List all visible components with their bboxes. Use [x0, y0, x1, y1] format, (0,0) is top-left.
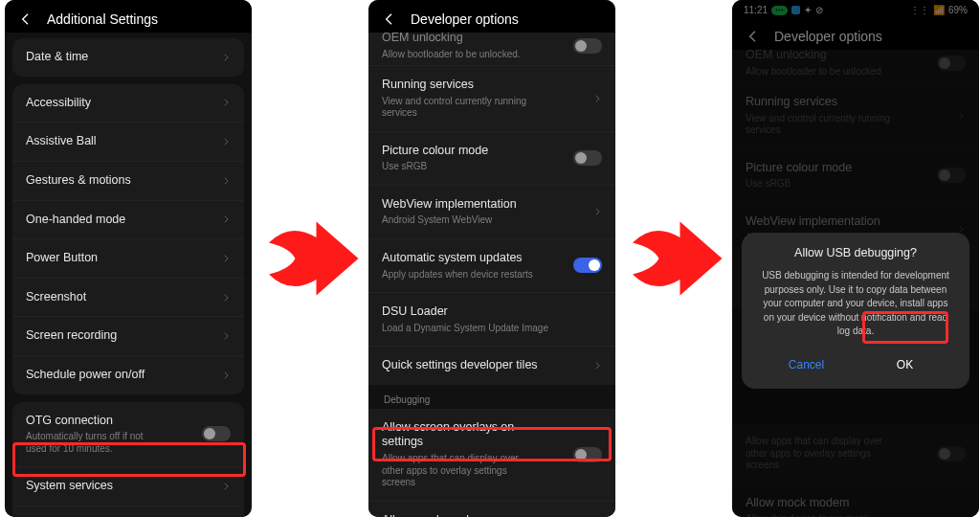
row-schedule-power[interactable]: Schedule power on/off [12, 355, 244, 394]
step-arrow-icon [622, 206, 727, 311]
chevron-right-icon [221, 254, 231, 263]
chevron-right-icon [592, 207, 602, 216]
back-icon[interactable] [382, 11, 397, 27]
page-title: Developer options [411, 11, 519, 27]
row-screenshot[interactable]: Screenshot [12, 278, 244, 317]
usb-debugging-dialog: Allow USB debugging? USB debugging is in… [742, 233, 969, 389]
chevron-right-icon [221, 482, 231, 491]
row-power-button[interactable]: Power Button [12, 238, 244, 278]
row-oem-unlocking[interactable]: OEM unlockingAllow bootloader to be unlo… [368, 33, 615, 65]
chevron-right-icon [221, 137, 231, 146]
chevron-right-icon [592, 94, 602, 103]
row-developer-options[interactable]: Developer options [12, 506, 244, 517]
chevron-right-icon [221, 371, 231, 380]
page-title: Additional Settings [47, 11, 158, 27]
row-accessibility[interactable]: Accessibility [12, 84, 244, 123]
chevron-right-icon [221, 331, 231, 341]
row-auto-updates[interactable]: Automatic system updatesApply updates wh… [368, 238, 615, 292]
otg-toggle[interactable] [202, 426, 231, 441]
dialog-title: Allow USB debugging? [757, 246, 954, 259]
screen-overlays-toggle[interactable] [573, 447, 602, 462]
row-date-time[interactable]: Date & time [12, 38, 244, 77]
auto-updates-toggle[interactable] [573, 258, 602, 273]
group-system: OTG connectionAutomatically turns off if… [12, 402, 244, 517]
row-running-services[interactable]: Running servicesView and control current… [368, 65, 615, 131]
row-picture-colour[interactable]: Picture colour modeUse sRGB [368, 131, 615, 185]
picture-colour-toggle[interactable] [573, 150, 602, 166]
cancel-button[interactable]: Cancel [757, 348, 856, 381]
row-assistive-ball[interactable]: Assistive Ball [12, 122, 244, 161]
chevron-right-icon [221, 98, 231, 107]
group-debugging: Allow screen overlays on settingsAllow a… [368, 409, 615, 517]
row-webview[interactable]: WebView implementationAndroid System Web… [368, 185, 615, 238]
row-otg[interactable]: OTG connectionAutomatically turns off if… [12, 402, 244, 467]
oem-unlocking-toggle[interactable] [573, 38, 602, 54]
section-debugging: Debugging [368, 385, 615, 409]
row-quick-tiles[interactable]: Quick settings developer tiles [368, 346, 615, 385]
row-screen-overlays[interactable]: Allow screen overlays on settingsAllow a… [368, 409, 615, 501]
chevron-right-icon [221, 293, 231, 303]
row-screen-recording[interactable]: Screen recording [12, 316, 244, 355]
group-accessibility: Accessibility Assistive Ball Gestures & … [12, 84, 244, 394]
row-system-services[interactable]: System services [12, 466, 244, 506]
back-icon[interactable] [18, 11, 33, 27]
dialog-message: USB debugging is intended for developmen… [757, 269, 954, 339]
chevron-right-icon [221, 53, 231, 62]
ok-button[interactable]: OK [856, 348, 954, 381]
row-dsu-loader[interactable]: DSU LoaderLoad a Dynamic System Update I… [368, 292, 615, 346]
chevron-right-icon [592, 361, 602, 371]
row-gestures[interactable]: Gestures & motions [12, 161, 244, 200]
row-mock-modem[interactable]: Allow mock modemAllow this device to run… [368, 501, 615, 518]
row-one-handed[interactable]: One-handed mode [12, 200, 244, 239]
chevron-right-icon [221, 176, 231, 186]
chevron-right-icon [221, 214, 231, 224]
step-arrow-icon [258, 206, 364, 311]
group-datetime: Date & time [12, 38, 244, 77]
